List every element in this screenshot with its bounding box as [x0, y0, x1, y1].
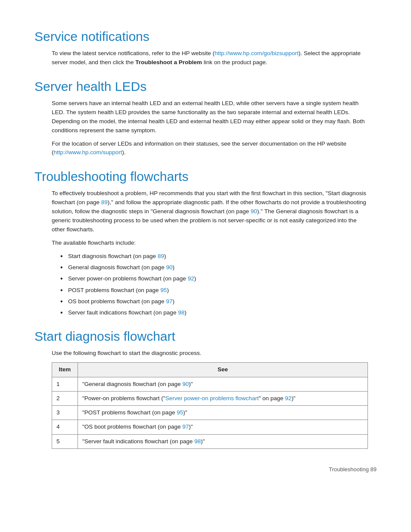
troubleshooting-flowcharts-para2: The available flowcharts include: — [52, 239, 368, 248]
table-row: 5 "Server fault indications flowchart (o… — [52, 434, 368, 448]
flowcharts-list: Start diagnosis flowchart (on page 89) G… — [52, 252, 368, 317]
troubleshooting-flowcharts-title: Troubleshooting flowcharts — [34, 169, 377, 184]
table-cell-item-2: 2 — [52, 391, 78, 405]
troubleshooting-flowcharts-body: To effectively troubleshoot a problem, H… — [34, 189, 377, 317]
table-row: 3 "POST problems flowchart (on page 95)" — [52, 406, 368, 420]
start-diagnosis-intro: Use the following flowchart to start the… — [52, 349, 368, 358]
table-page-97-link[interactable]: 97 — [182, 423, 189, 430]
page-98-link[interactable]: 98 — [178, 309, 184, 316]
table-page-92-link[interactable]: 92 — [285, 395, 292, 401]
list-item-post-problems: POST problems flowchart (on page 95) — [60, 286, 368, 295]
page-95-link[interactable]: 95 — [160, 287, 167, 293]
table-row: 1 "General diagnosis flowchart (on page … — [52, 377, 368, 391]
hp-support-link[interactable]: http://www.hp.com/support — [54, 149, 122, 156]
start-diagnosis-title: Start diagnosis flowchart — [34, 329, 377, 344]
list-item-os-boot: OS boot problems flowchart (on page 97) — [60, 297, 368, 306]
table-page-98-link[interactable]: 98 — [194, 438, 201, 445]
start-diagnosis-table: Item See 1 "General diagnosis flowchart … — [52, 362, 368, 449]
service-notifications-body: To view the latest service notifications… — [34, 49, 377, 67]
service-notifications-para: To view the latest service notifications… — [52, 49, 368, 67]
server-health-leds-body: Some servers have an internal health LED… — [34, 99, 377, 158]
troubleshoot-bold: Troubleshoot a Problem — [135, 59, 202, 65]
table-cell-item-4: 4 — [52, 420, 78, 434]
table-page-95-link[interactable]: 95 — [177, 409, 183, 416]
table-row: 4 "OS boot problems flowchart (on page 9… — [52, 420, 368, 434]
page-90-link[interactable]: 90 — [166, 264, 172, 271]
page-footer: Troubleshooting 89 — [34, 466, 377, 473]
table-cell-see-1: "General diagnosis flowchart (on page 90… — [78, 377, 368, 391]
table-cell-see-5: "Server fault indications flowchart (on … — [78, 434, 368, 448]
list-item-server-power-on: Server power-on problems flowchart (on p… — [60, 274, 368, 283]
troubleshooting-flowcharts-para1: To effectively troubleshoot a problem, H… — [52, 189, 368, 234]
list-item-general-diagnosis: General diagnosis flowchart (on page 90) — [60, 263, 368, 272]
table-row: 2 "Power-on problems flowchart ("Server … — [52, 391, 368, 405]
server-power-on-link[interactable]: Server power-on problems flowchart — [165, 395, 259, 401]
list-item-server-fault: Server fault indications flowchart (on p… — [60, 308, 368, 317]
table-cell-see-4: "OS boot problems flowchart (on page 97)… — [78, 420, 368, 434]
start-diagnosis-body: Use the following flowchart to start the… — [34, 349, 377, 448]
server-health-leds-para1: Some servers have an internal health LED… — [52, 99, 368, 135]
table-cell-item-3: 3 — [52, 406, 78, 420]
footer-text: Troubleshooting 89 — [329, 466, 377, 473]
table-header-row: Item See — [52, 363, 368, 377]
bizsupport-link[interactable]: http://www.hp.com/go/bizsupport — [215, 50, 299, 56]
service-notifications-title: Service notifications — [34, 29, 377, 44]
table-cell-see-2: "Power-on problems flowchart ("Server po… — [78, 391, 368, 405]
table-page-90-link[interactable]: 90 — [182, 381, 189, 387]
page-90-link-inline[interactable]: 90 — [251, 208, 257, 215]
page-89-link[interactable]: 89 — [158, 253, 164, 259]
server-health-leds-para2: For the location of server LEDs and info… — [52, 140, 368, 158]
page-89-link-inline[interactable]: 89 — [101, 199, 108, 205]
page-92-link[interactable]: 92 — [188, 275, 194, 282]
table-col-item: Item — [52, 363, 78, 377]
table-cell-see-3: "POST problems flowchart (on page 95)" — [78, 406, 368, 420]
table-cell-item-5: 5 — [52, 434, 78, 448]
server-health-leds-title: Server health LEDs — [34, 79, 377, 94]
table-cell-item-1: 1 — [52, 377, 78, 391]
table-col-see: See — [78, 363, 368, 377]
list-item-start-diagnosis: Start diagnosis flowchart (on page 89) — [60, 252, 368, 261]
page-97-link[interactable]: 97 — [166, 298, 172, 305]
